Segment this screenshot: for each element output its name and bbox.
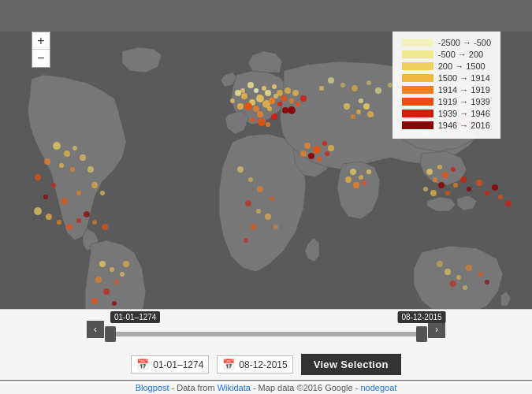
legend-label-6: 1939 → 1946 — [438, 109, 490, 118]
footer-blogpost-link[interactable]: Blogpost — [136, 383, 169, 392]
bottom-panel: 01-01–1274 08-12-2015 ‹ › — [0, 309, 532, 380]
legend-label-1: -500 → 200 — [438, 50, 483, 59]
legend-label-5: 1919 → 1939 — [438, 97, 490, 106]
legend-color-3 — [402, 74, 433, 82]
legend-color-4 — [402, 86, 433, 94]
footer: Blogpost - Data from Wikidata - Map data… — [0, 381, 532, 394]
slider-right-label: 08-12-2015 — [397, 311, 445, 323]
slider-left-arrow[interactable]: ‹ — [87, 321, 104, 338]
legend-label-0: -2500 → -500 — [438, 38, 491, 47]
legend-item-6: 1939 → 1946 — [402, 109, 491, 118]
legend-color-2 — [402, 62, 433, 70]
legend-label-4: 1914 → 1919 — [438, 85, 490, 95]
footer-separator1: - Data from — [172, 383, 218, 392]
map-container: + − -2500 → -500 -500 → 200 200 → 1500 1… — [0, 0, 532, 394]
legend-color-7 — [402, 121, 433, 129]
legend-color-1 — [402, 50, 433, 58]
slider-right-arrow[interactable]: › — [428, 321, 445, 338]
legend-item-2: 200 → 1500 — [402, 61, 491, 71]
slider-right-handle[interactable] — [416, 326, 427, 342]
zoom-in-button[interactable]: + — [32, 32, 50, 50]
legend-item-0: -2500 → -500 — [402, 38, 491, 47]
slider-fill — [110, 332, 422, 336]
footer-separator2: - Map data ©2016 Google - — [253, 383, 361, 392]
legend-color-0 — [402, 39, 433, 46]
slider-area: 01-01–1274 08-12-2015 ‹ › — [0, 310, 532, 349]
footer-nodegoat-link[interactable]: nodegoat — [360, 383, 396, 392]
legend-label-3: 1500 → 1914 — [438, 73, 490, 83]
footer-wikidata-link[interactable]: Wikidata — [218, 383, 251, 392]
end-calendar-icon: 📅 — [222, 359, 235, 370]
zoom-out-button[interactable]: − — [32, 50, 50, 67]
end-date-input[interactable]: 📅 08-12-2015 — [217, 355, 292, 374]
map-legend: -2500 → -500 -500 → 200 200 → 1500 1500 … — [392, 32, 500, 139]
start-date-value: 01-01–1274 — [153, 359, 203, 370]
view-selection-button[interactable]: View Selection — [301, 354, 401, 375]
legend-item-3: 1500 → 1914 — [402, 73, 491, 83]
zoom-controls: + − — [32, 32, 50, 68]
slider-left-label: 01-01–1274 — [110, 311, 160, 323]
legend-item-4: 1914 → 1919 — [402, 85, 491, 95]
start-date-input[interactable]: 📅 01-01–1274 — [131, 355, 209, 374]
end-date-value: 08-12-2015 — [239, 359, 287, 370]
legend-label-7: 1946 → 2016 — [438, 121, 490, 130]
legend-item-7: 1946 → 2016 — [402, 121, 491, 130]
legend-label-2: 200 → 1500 — [438, 61, 485, 71]
legend-color-5 — [402, 98, 433, 106]
legend-item-5: 1919 → 1939 — [402, 97, 491, 106]
slider-left-handle[interactable] — [105, 326, 116, 342]
legend-color-6 — [402, 110, 433, 117]
controls-row: 📅 01-01–1274 📅 08-12-2015 View Selection — [0, 349, 532, 381]
start-calendar-icon: 📅 — [136, 359, 149, 370]
legend-item-1: -500 → 200 — [402, 50, 491, 59]
slider-track — [110, 332, 422, 336]
